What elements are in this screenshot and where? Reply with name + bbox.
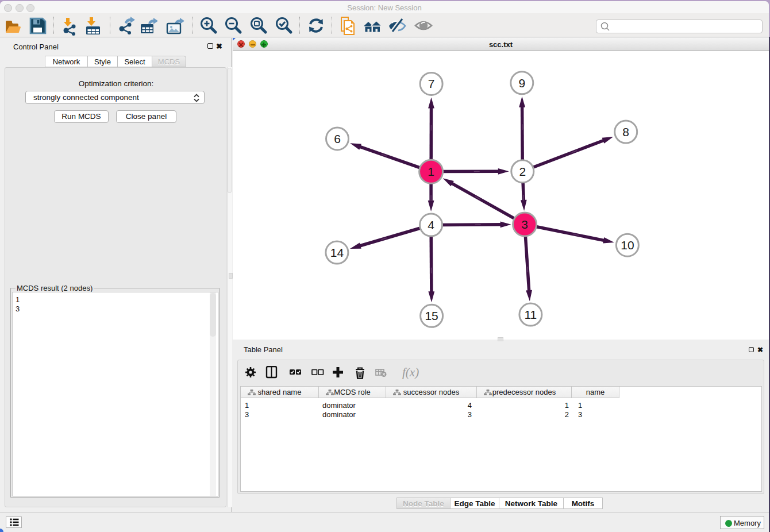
svg-text:3: 3 — [521, 218, 528, 231]
svg-text:2: 2 — [519, 165, 526, 178]
svg-text:4: 4 — [428, 218, 434, 232]
svg-text:7: 7 — [428, 77, 435, 90]
svg-text:9: 9 — [518, 76, 525, 90]
svg-text:15: 15 — [425, 309, 438, 322]
svg-text:11: 11 — [524, 308, 537, 321]
svg-text:10: 10 — [621, 238, 634, 252]
svg-text:f(x): f(x) — [402, 366, 419, 379]
svg-text:1: 1 — [428, 165, 434, 178]
svg-text:6: 6 — [334, 132, 341, 145]
svg-text:14: 14 — [330, 246, 344, 259]
svg-text:8: 8 — [622, 125, 629, 138]
